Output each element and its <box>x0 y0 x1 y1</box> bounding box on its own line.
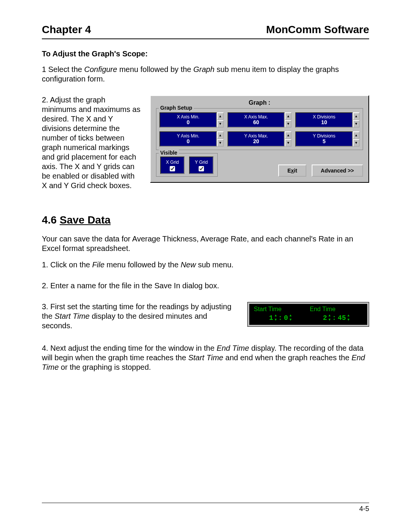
step-2: 2. Adjust the graph minimums and maximum… <box>42 95 141 190</box>
section-intro: Your can save the data for Average Thick… <box>42 234 369 253</box>
x-axis-max-up[interactable]: ▲ <box>285 112 292 120</box>
y-axis-max-field: Y Axis Max. 20 ▲ ▼ <box>228 131 292 147</box>
y-axis-max-value: 20 <box>253 139 259 144</box>
y-divisions-down[interactable]: ▼ <box>353 139 360 147</box>
section-step-3: 3. First set the starting time for the r… <box>42 302 236 331</box>
exit-button[interactable]: Exit <box>278 165 306 177</box>
page-footer: 4-5 <box>42 503 369 513</box>
start-time-label: Start Time <box>252 305 282 313</box>
y-axis-max-label: Y Axis Max. <box>244 134 268 139</box>
y-axis-min-field: Y Axis Min. 0 ▲ ▼ <box>159 131 224 147</box>
graph-config-panel: Graph : Graph Setup X Axis Min. 0 ▲ ▼ <box>150 95 369 183</box>
start-min-value: 1 <box>269 314 273 323</box>
group-legend: Graph Setup <box>159 105 194 112</box>
end-min-spinner[interactable]: ▲▼ <box>328 314 330 322</box>
section-step-4: 4. Next adjust the ending time for the w… <box>42 343 369 372</box>
y-axis-min-value: 0 <box>186 139 190 144</box>
advanced-button[interactable]: Advanced >> <box>312 165 363 177</box>
y-axis-max-down[interactable]: ▼ <box>285 139 292 147</box>
end-sec-spinner[interactable]: ▲▼ <box>347 314 349 322</box>
product-label: MonComm Software <box>266 23 369 36</box>
colon-icon: : <box>332 314 336 323</box>
end-min-value: 2 <box>323 314 327 323</box>
subheading: To Adjust the Graph's Scope: <box>42 49 369 59</box>
y-divisions-field: Y Divisions 5 ▲ ▼ <box>295 131 360 147</box>
page-header: Chapter 4 MonComm Software <box>42 23 369 39</box>
step-1: 1 Select the Configure menu followed by … <box>42 65 369 84</box>
colon-icon: : <box>278 314 282 323</box>
y-divisions-label: Y Divisions <box>313 134 335 139</box>
visible-group: Visible X Grid Y Grid <box>156 153 218 177</box>
y-grid-label: Y Grid <box>195 160 208 165</box>
x-axis-min-down[interactable]: ▼ <box>217 120 224 128</box>
start-sec-value: 0 <box>284 314 288 323</box>
graph-setup-group: Graph Setup X Axis Min. 0 ▲ ▼ <box>156 108 363 150</box>
section-step-2: 2. Enter a name for the file in the Save… <box>42 281 369 291</box>
x-divisions-label: X Divisions <box>313 115 335 120</box>
x-axis-min-up[interactable]: ▲ <box>217 112 224 120</box>
chapter-label: Chapter 4 <box>42 23 91 36</box>
x-divisions-value: 10 <box>321 120 327 125</box>
y-axis-min-label: Y Axis Min. <box>177 134 199 139</box>
start-min-spinner[interactable]: ▲▼ <box>275 314 277 322</box>
y-axis-min-down[interactable]: ▼ <box>217 139 224 147</box>
x-divisions-field: X Divisions 10 ▲ ▼ <box>295 112 360 128</box>
start-sec-spinner[interactable]: ▲▼ <box>290 314 292 322</box>
end-sec-value: 45 <box>338 314 346 323</box>
x-grid-input[interactable] <box>170 166 175 171</box>
x-divisions-up[interactable]: ▲ <box>353 112 360 120</box>
end-time-label: End Time <box>308 305 336 313</box>
x-divisions-down[interactable]: ▼ <box>353 120 360 128</box>
y-divisions-up[interactable]: ▲ <box>353 131 360 139</box>
x-axis-max-label: X Axis Max. <box>244 115 268 120</box>
x-axis-min-value: 0 <box>186 120 190 125</box>
y-grid-checkbox[interactable]: Y Grid <box>189 157 213 174</box>
section-step-1: 1. Click on the File menu followed by th… <box>42 260 369 270</box>
time-widget: Start Time 1 ▲▼ : 0 ▲▼ End Time 2 ▲▼ : <box>247 302 369 327</box>
visible-legend: Visible <box>159 150 179 157</box>
x-grid-label: X Grid <box>166 160 179 165</box>
x-axis-max-down[interactable]: ▼ <box>285 120 292 128</box>
x-axis-min-label: X Axis Min. <box>177 115 199 120</box>
x-grid-checkbox[interactable]: X Grid <box>160 157 185 174</box>
y-divisions-value: 5 <box>323 139 326 144</box>
y-grid-input[interactable] <box>199 166 204 171</box>
x-axis-min-field: X Axis Min. 0 ▲ ▼ <box>159 112 224 128</box>
y-axis-max-up[interactable]: ▲ <box>285 131 292 139</box>
y-axis-min-up[interactable]: ▲ <box>217 131 224 139</box>
section-heading: 4.6 Save Data <box>42 213 369 227</box>
x-axis-max-value: 60 <box>253 120 259 125</box>
x-axis-max-field: X Axis Max. 60 ▲ ▼ <box>228 112 292 128</box>
